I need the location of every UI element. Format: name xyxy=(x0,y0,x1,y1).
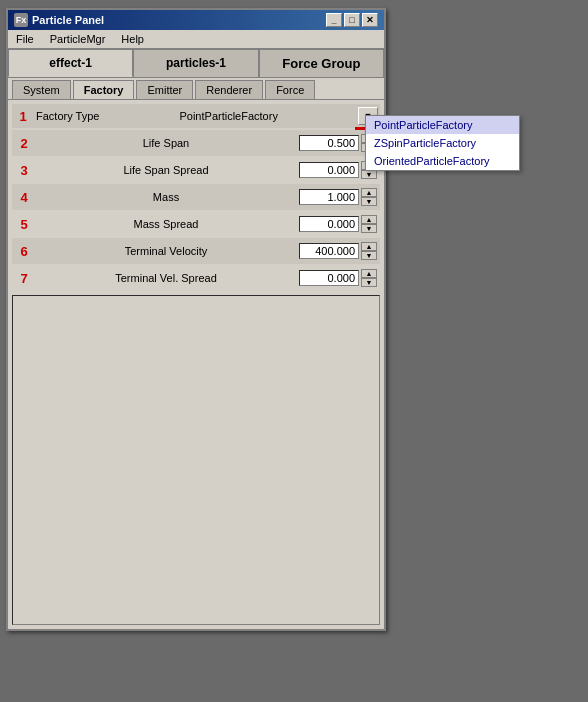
main-window: Fx Particle Panel _ □ ✕ File ParticleMgr… xyxy=(6,8,386,631)
step-down-lifespanspread[interactable]: ▼ xyxy=(361,170,377,179)
sub-tabs: System Factory Emitter Renderer Force xyxy=(8,78,384,100)
row-label-massspread: Mass Spread xyxy=(33,218,299,230)
row-label-lifespanspread: Life Span Spread xyxy=(33,164,299,176)
menu-help[interactable]: Help xyxy=(117,32,148,46)
factory-row-inner: PointParticleFactory ▼ xyxy=(99,107,378,125)
row-number-5: 5 xyxy=(15,217,33,232)
row-number-6: 6 xyxy=(15,244,33,259)
row-number-2: 2 xyxy=(15,136,33,151)
row-label-terminalvelspread: Terminal Vel. Spread xyxy=(33,272,299,284)
table-row: 4 Mass ▲ ▼ xyxy=(12,184,380,210)
value-lifespanspread[interactable] xyxy=(299,162,359,178)
row-number-1: 1 xyxy=(14,109,32,124)
row-number-3: 3 xyxy=(15,163,33,178)
tab-effect-1[interactable]: effect-1 xyxy=(8,49,133,77)
row-number-7: 7 xyxy=(15,271,33,286)
menu-file[interactable]: File xyxy=(12,32,38,46)
content-area: 1 Factory Type PointParticleFactory ▼ 2 … xyxy=(8,100,384,629)
factory-type-row: 1 Factory Type PointParticleFactory ▼ xyxy=(12,104,380,128)
stepper-massspread: ▲ ▼ xyxy=(361,215,377,233)
title-controls: _ □ ✕ xyxy=(326,13,378,27)
maximize-button[interactable]: □ xyxy=(344,13,360,27)
table-row: 5 Mass Spread ▲ ▼ xyxy=(12,211,380,237)
title-bar-left: Fx Particle Panel xyxy=(14,13,104,27)
tab-force-group[interactable]: Force Group xyxy=(259,49,384,77)
row-label-lifespan: Life Span xyxy=(33,137,299,149)
close-button[interactable]: ✕ xyxy=(362,13,378,27)
factory-type-label: Factory Type xyxy=(36,110,99,122)
step-down-massspread[interactable]: ▼ xyxy=(361,224,377,233)
row-label-mass: Mass xyxy=(33,191,299,203)
app-icon: Fx xyxy=(14,13,28,27)
subtab-renderer[interactable]: Renderer xyxy=(195,80,263,99)
tab-particles-1[interactable]: particles-1 xyxy=(133,49,258,77)
value-lifespan[interactable] xyxy=(299,135,359,151)
value-terminalvelocity[interactable] xyxy=(299,243,359,259)
table-row: 3 Life Span Spread ▲ ▼ xyxy=(12,157,380,183)
value-massspread[interactable] xyxy=(299,216,359,232)
step-down-mass[interactable]: ▼ xyxy=(361,197,377,206)
step-up-terminalvelocity[interactable]: ▲ xyxy=(361,242,377,251)
factory-type-dropdown-popup: PointParticleFactory ZSpinParticleFactor… xyxy=(365,115,520,171)
title-bar: Fx Particle Panel _ □ ✕ xyxy=(8,10,384,30)
menu-bar: File ParticleMgr Help xyxy=(8,30,384,49)
subtab-emitter[interactable]: Emitter xyxy=(136,80,193,99)
dropdown-option-oriented[interactable]: OrientedParticleFactory xyxy=(366,152,519,170)
dropdown-option-zspin[interactable]: ZSpinParticleFactory xyxy=(366,134,519,152)
step-up-mass[interactable]: ▲ xyxy=(361,188,377,197)
step-down-terminalvelocity[interactable]: ▼ xyxy=(361,251,377,260)
stepper-terminalvelspread: ▲ ▼ xyxy=(361,269,377,287)
window-title: Particle Panel xyxy=(32,14,104,26)
step-down-terminalvelspread[interactable]: ▼ xyxy=(361,278,377,287)
step-up-massspread[interactable]: ▲ xyxy=(361,215,377,224)
minimize-button[interactable]: _ xyxy=(326,13,342,27)
value-mass[interactable] xyxy=(299,189,359,205)
subtab-force[interactable]: Force xyxy=(265,80,315,99)
stepper-mass: ▲ ▼ xyxy=(361,188,377,206)
stepper-terminalvelocity: ▲ ▼ xyxy=(361,242,377,260)
step-up-terminalvelspread[interactable]: ▲ xyxy=(361,269,377,278)
value-terminalvelspread[interactable] xyxy=(299,270,359,286)
empty-content-area xyxy=(12,295,380,625)
dropdown-option-point[interactable]: PointParticleFactory xyxy=(366,116,519,134)
subtab-factory[interactable]: Factory xyxy=(73,80,135,99)
subtab-system[interactable]: System xyxy=(12,80,71,99)
row-number-4: 4 xyxy=(15,190,33,205)
data-rows: 2 Life Span ▲ ▼ 3 Life Span Spread ▲ ▼ 4 xyxy=(12,130,380,291)
menu-particlemgr[interactable]: ParticleMgr xyxy=(46,32,110,46)
table-row: 6 Terminal Velocity ▲ ▼ xyxy=(12,238,380,264)
main-tabs: effect-1 particles-1 Force Group xyxy=(8,49,384,78)
table-row: 7 Terminal Vel. Spread ▲ ▼ xyxy=(12,265,380,291)
factory-type-value: PointParticleFactory xyxy=(99,110,358,122)
row-label-terminalvelocity: Terminal Velocity xyxy=(33,245,299,257)
table-row: 2 Life Span ▲ ▼ xyxy=(12,130,380,156)
